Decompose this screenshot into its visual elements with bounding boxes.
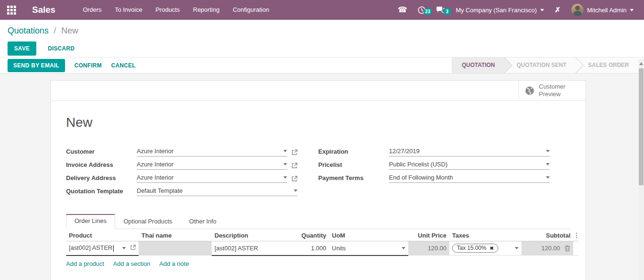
field-expiration: Expiration 12/27/2019 [318, 147, 550, 156]
external-link-icon[interactable] [291, 149, 297, 156]
col-uom: UoM [329, 229, 408, 241]
col-thai-name: Thai name [139, 229, 212, 241]
col-taxes: Taxes [449, 229, 521, 241]
cell-thai-name [139, 241, 212, 255]
cell-quantity[interactable]: 1.000 [286, 241, 329, 255]
chevron-down-icon [630, 9, 634, 11]
save-button[interactable]: SAVE [8, 41, 36, 56]
cell-uom[interactable]: Units [329, 241, 408, 255]
invoice-address-input[interactable]: Azure Interior [137, 161, 287, 170]
step-quotation-sent[interactable]: QUOTATION SENT [504, 58, 576, 73]
step-sales-order[interactable]: SALES ORDER [576, 58, 638, 73]
field-delivery-address: Delivery Address Azure Interior [66, 173, 297, 183]
notebook-tabs: Order Lines Optional Products Other Info [66, 214, 570, 229]
discard-button[interactable]: DISCARD [48, 45, 74, 52]
menu-reporting[interactable]: Reporting [186, 0, 226, 20]
messages-menu[interactable]: 3 [431, 6, 450, 14]
col-description: Description [212, 229, 286, 241]
chevron-down-icon[interactable] [515, 247, 519, 249]
field-groups: Customer Azure Interior [66, 147, 570, 200]
external-link-icon[interactable] [291, 176, 297, 182]
chevron-down-icon[interactable] [546, 176, 550, 179]
top-navbar: Sales Orders To Invoice Products Reporti… [0, 0, 644, 20]
field-group-left: Customer Azure Interior [66, 147, 318, 200]
debug-tools-icon[interactable]: ✗ [550, 0, 566, 20]
sheet-body: New Customer Azure Interior [51, 115, 586, 272]
chevron-down-icon[interactable] [294, 189, 297, 192]
tab-order-lines[interactable]: Order Lines [66, 214, 115, 229]
breadcrumb: Quotations / New [8, 26, 636, 36]
expiration-input[interactable]: 12/27/2019 [389, 148, 550, 156]
field-pricelist: Pricelist Public Pricelist (USD) [318, 160, 550, 170]
cell-taxes[interactable]: Tax 15.00% ✖ [449, 241, 521, 255]
messages-badge: 3 [443, 8, 451, 15]
tab-other-info[interactable]: Other Info [181, 214, 225, 229]
add-section-link[interactable]: Add a section [113, 260, 150, 267]
send-by-email-button[interactable]: SEND BY EMAIL [8, 59, 65, 72]
add-product-link[interactable]: Add a product [66, 260, 104, 267]
quotation-template-input[interactable]: Default Template [137, 187, 297, 196]
user-avatar [571, 4, 584, 16]
breadcrumb-quotations[interactable]: Quotations [8, 26, 49, 35]
form-sheet: Customer Preview New Customer Azure Inte… [50, 80, 586, 280]
tab-optional-products[interactable]: Optional Products [115, 214, 181, 229]
chevron-down-icon[interactable] [402, 247, 405, 249]
col-subtotal: Subtotal [521, 229, 573, 241]
activities-menu[interactable]: 23 [413, 6, 431, 14]
chevron-down-icon[interactable] [283, 163, 287, 165]
odoo-sales-window: Sales Orders To Invoice Products Reporti… [0, 0, 644, 280]
company-switcher[interactable]: My Company (San Francisco) [450, 7, 550, 14]
external-link-icon[interactable] [291, 163, 297, 169]
add-note-link[interactable]: Add a note [159, 260, 189, 267]
menu-orders[interactable]: Orders [76, 0, 108, 20]
button-box: Customer Preview [51, 81, 586, 101]
confirm-button[interactable]: CONFIRM [74, 62, 102, 69]
cell-product[interactable]: [ast002] ASTER [66, 241, 139, 255]
text-cursor [113, 245, 114, 252]
payment-terms-input[interactable]: End of Following Month [389, 174, 550, 183]
vertical-scrollbar[interactable] [638, 59, 644, 280]
step-quotation[interactable]: QUOTATION [452, 58, 504, 73]
order-lines-table: Product Thai name Description Quantity U… [66, 229, 578, 272]
chevron-down-icon[interactable] [122, 247, 126, 249]
systray: ☎ 23 3 My Company (San Francisco) ✗ [393, 0, 644, 20]
voip-phone-icon[interactable]: ☎ [393, 0, 413, 20]
scroll-up-arrow-icon[interactable] [639, 62, 643, 65]
pricelist-input[interactable]: Public Pricelist (USD) [389, 161, 550, 170]
scrollbar-thumb[interactable] [639, 68, 644, 185]
user-name: Mitchell Admin [587, 7, 627, 14]
cancel-button[interactable]: CANCEL [111, 62, 136, 69]
field-quotation-template: Quotation Template Default Template [66, 187, 297, 196]
cell-description[interactable]: [ast002] ASTER [212, 241, 286, 255]
menu-configuration[interactable]: Configuration [226, 0, 276, 20]
form-view: Customer Preview New Customer Azure Inte… [0, 74, 644, 280]
external-link-icon[interactable] [130, 245, 136, 250]
chevron-down-icon [540, 9, 544, 11]
delete-row-icon[interactable] [564, 245, 570, 252]
optional-columns-icon[interactable]: ⋮ [573, 229, 578, 241]
cell-unit-price: 120.00 [408, 241, 449, 255]
chevron-down-icon[interactable] [283, 150, 287, 152]
form-statusbar: SEND BY EMAIL CONFIRM CANCEL QUOTATION Q… [0, 58, 644, 74]
delivery-address-input[interactable]: Azure Interior [137, 174, 287, 183]
chevron-down-icon[interactable] [546, 163, 550, 165]
field-invoice-address: Invoice Address Azure Interior [66, 160, 297, 170]
chevron-down-icon[interactable] [546, 150, 550, 152]
order-line-row: [ast002] ASTER [ast002] ASTER [66, 241, 578, 255]
app-title[interactable]: Sales [32, 5, 56, 15]
remove-tag-icon[interactable]: ✖ [490, 246, 494, 251]
col-unit-price: Unit Price [408, 229, 449, 241]
apps-menu-icon[interactable] [0, 0, 23, 20]
customer-preview-button[interactable]: Customer Preview [519, 81, 586, 100]
user-menu[interactable]: Mitchell Admin [566, 4, 639, 16]
tax-tag: Tax 15.00% ✖ [452, 244, 498, 253]
breadcrumb-separator: / [54, 26, 56, 35]
order-lines-footer: Add a product Add a section Add a note [66, 256, 578, 272]
globe-icon [525, 86, 535, 96]
status-steps: QUOTATION QUOTATION SENT SALES ORDER [452, 58, 638, 73]
chevron-down-icon[interactable] [283, 176, 287, 179]
field-payment-terms: Payment Terms End of Following Month [318, 173, 550, 183]
menu-to-invoice[interactable]: To Invoice [108, 0, 149, 20]
menu-products[interactable]: Products [149, 0, 186, 20]
customer-input[interactable]: Azure Interior [137, 148, 287, 156]
